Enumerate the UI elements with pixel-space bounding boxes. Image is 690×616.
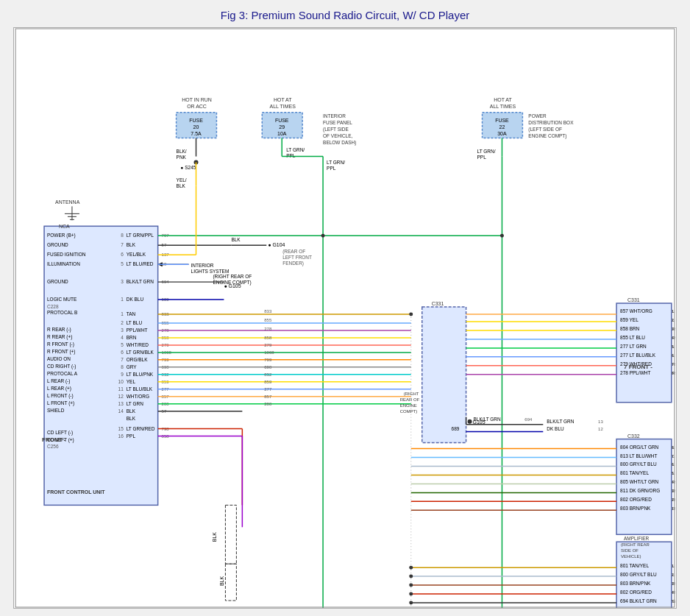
svg-text:HOT AT: HOT AT xyxy=(494,97,512,102)
svg-text:SHIELD: SHIELD xyxy=(47,408,65,413)
svg-text:803  BRN/PNK: 803 BRN/PNK xyxy=(620,581,651,586)
svg-text:3: 3 xyxy=(121,328,124,333)
svg-text:(REAR OF: (REAR OF xyxy=(282,249,305,255)
svg-text:857  WHT/ORG: 857 WHT/ORG xyxy=(620,308,652,314)
svg-text:ENGINE: ENGINE xyxy=(400,403,417,408)
svg-text:DK BLU: DK BLU xyxy=(127,297,144,302)
svg-text:22: 22 xyxy=(499,124,505,130)
svg-text:277  LT GRN: 277 LT GRN xyxy=(620,344,647,349)
svg-text:DISTRIBUTION BOX: DISTRIBUTION BOX xyxy=(528,120,574,125)
svg-text:BRN: BRN xyxy=(127,335,137,340)
svg-text:PPL/WHT: PPL/WHT xyxy=(127,328,148,333)
svg-text:12: 12 xyxy=(118,394,124,399)
svg-text:(RIGHT REAR OF: (RIGHT REAR OF xyxy=(213,274,252,280)
svg-text:INTERIOR: INTERIOR xyxy=(323,113,346,118)
svg-text:L REAR (-): L REAR (-) xyxy=(47,378,70,384)
svg-text:PPL: PPL xyxy=(327,166,336,171)
svg-text:PPL: PPL xyxy=(477,155,487,160)
svg-text:GRY: GRY xyxy=(127,364,138,369)
svg-text:FUSE PANEL: FUSE PANEL xyxy=(323,120,352,125)
svg-point-302 xyxy=(321,234,325,238)
diagram-container: HOT IN RUN OR ACC FUSE 20 7.5A HOT AT AL… xyxy=(13,27,677,609)
svg-text:L FRONT (-): L FRONT (-) xyxy=(47,393,74,399)
svg-text:FUSE: FUSE xyxy=(495,118,509,123)
svg-text:1: 1 xyxy=(121,297,124,302)
svg-text:● G105: ● G105 xyxy=(224,283,241,288)
svg-text:HOT AT: HOT AT xyxy=(274,97,292,102)
svg-text:LT BLU/PNK: LT BLU/PNK xyxy=(127,372,154,377)
svg-text:800  GRY/LT BLU: 800 GRY/LT BLU xyxy=(620,461,657,467)
svg-text:7 FRONT -: 7 FRONT - xyxy=(624,364,652,370)
svg-text:BLK: BLK xyxy=(219,576,224,587)
svg-text:ENGINE COMPT): ENGINE COMPT) xyxy=(528,133,566,139)
svg-text:LT GRN/: LT GRN/ xyxy=(327,160,345,165)
svg-text:BLK: BLK xyxy=(212,532,217,542)
svg-rect-190 xyxy=(422,307,466,443)
svg-text:YEL/BLK: YEL/BLK xyxy=(127,252,146,257)
svg-text:858  BRN: 858 BRN xyxy=(620,326,640,331)
svg-text:WHT/ORG: WHT/ORG xyxy=(127,394,149,399)
svg-text:BELOW DASH): BELOW DASH) xyxy=(323,140,356,146)
svg-text:GROUND: GROUND xyxy=(47,279,68,284)
svg-text:278  PPL/WHT: 278 PPL/WHT xyxy=(620,370,650,375)
svg-text:LT GRN: LT GRN xyxy=(127,401,143,406)
svg-text:PROTOCAL B: PROTOCAL B xyxy=(47,310,77,315)
svg-text:5: 5 xyxy=(121,261,124,266)
svg-text:(RIGHT REAR: (RIGHT REAR xyxy=(621,542,650,547)
svg-text:6: 6 xyxy=(121,350,124,355)
svg-text:858: 858 xyxy=(264,336,272,340)
svg-text:13: 13 xyxy=(118,401,124,406)
svg-text:POWER (B+): POWER (B+) xyxy=(47,233,76,238)
svg-text:ILLUMINATION: ILLUMINATION xyxy=(47,261,80,266)
svg-text:PNK: PNK xyxy=(177,155,187,160)
svg-text:LT GRN/: LT GRN/ xyxy=(477,149,496,154)
svg-text:5: 5 xyxy=(121,342,124,347)
svg-text:7: 7 xyxy=(121,357,124,362)
svg-text:3: 3 xyxy=(121,279,124,284)
svg-text:694: 694 xyxy=(524,417,533,422)
svg-text:813  LT BLU/WHT: 813 LT BLU/WHT xyxy=(620,453,657,459)
svg-text:VEHICLE): VEHICLE) xyxy=(621,554,641,559)
svg-text:16: 16 xyxy=(118,433,124,439)
svg-text:12: 12 xyxy=(598,427,603,431)
svg-text:R REAR (+): R REAR (+) xyxy=(47,334,72,340)
svg-text:YEL/: YEL/ xyxy=(177,177,187,183)
svg-text:BLK: BLK xyxy=(127,242,136,247)
svg-text:8: 8 xyxy=(121,233,124,238)
svg-text:PROTOCAL A: PROTOCAL A xyxy=(47,371,78,376)
svg-text:AMPLIFIER: AMPLIFIER xyxy=(624,536,649,541)
svg-text:7: 7 xyxy=(121,242,124,247)
svg-text:279: 279 xyxy=(264,343,272,347)
svg-text:LIGHTS SYSTEM: LIGHTS SYSTEM xyxy=(191,269,230,274)
svg-text:859  YEL: 859 YEL xyxy=(620,317,639,322)
svg-text:INTERIOR: INTERIOR xyxy=(191,263,214,268)
svg-text:20: 20 xyxy=(193,124,199,130)
svg-text:801  TAN/YEL: 801 TAN/YEL xyxy=(620,470,649,475)
svg-text:ALL TIMES: ALL TIMES xyxy=(270,104,296,109)
svg-text:7.5A: 7.5A xyxy=(191,131,202,136)
svg-text:805  WHT/LT GRN: 805 WHT/LT GRN xyxy=(620,479,659,484)
svg-text:YEL: YEL xyxy=(127,379,136,384)
svg-text:2: 2 xyxy=(121,320,124,325)
svg-text:855  LT BLU: 855 LT BLU xyxy=(620,335,645,340)
svg-text:8: 8 xyxy=(121,364,124,369)
svg-text:OR ACC: OR ACC xyxy=(187,104,207,109)
svg-point-196 xyxy=(468,419,472,424)
svg-text:C228: C228 xyxy=(47,304,59,309)
svg-text:TAN: TAN xyxy=(127,311,136,316)
svg-text:REAR OF: REAR OF xyxy=(400,397,420,402)
svg-text:FRONT -: FRONT - xyxy=(42,436,66,443)
svg-text:C332: C332 xyxy=(627,433,640,439)
svg-text:14: 14 xyxy=(118,408,124,414)
svg-text:BLK/LT GRN: BLK/LT GRN xyxy=(474,417,501,422)
svg-text:LEFT FRONT: LEFT FRONT xyxy=(282,255,312,260)
svg-text:811  DK GRN/ORG: 811 DK GRN/ORG xyxy=(620,488,660,493)
svg-text:C331: C331 xyxy=(432,301,444,306)
svg-text:LOGIC MUTE: LOGIC MUTE xyxy=(47,297,77,302)
svg-text:1068: 1068 xyxy=(264,350,274,355)
svg-text:LT BLU: LT BLU xyxy=(127,320,143,325)
svg-text:857: 857 xyxy=(264,394,272,399)
svg-text:832: 832 xyxy=(264,372,272,377)
svg-text:FENDER): FENDER) xyxy=(282,261,304,266)
svg-text:278: 278 xyxy=(264,327,272,331)
